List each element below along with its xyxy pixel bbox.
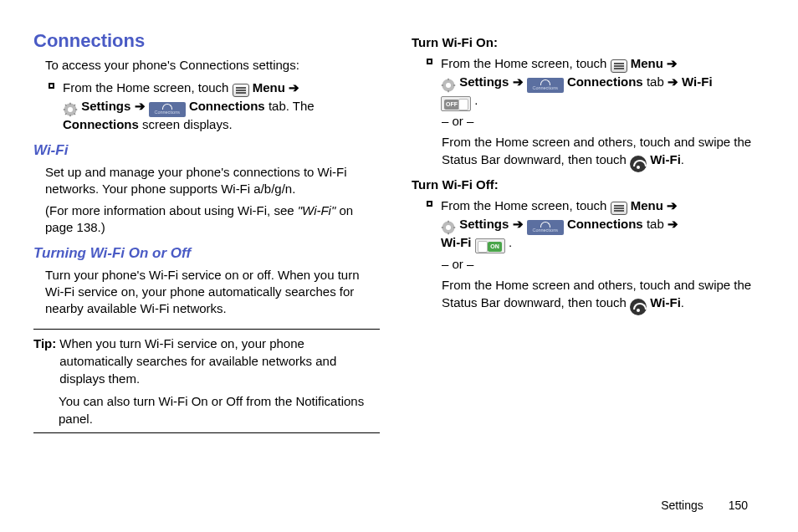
menu-label: Menu [631,56,667,70]
settings-label: Settings [81,99,134,113]
wifi-toggle-off-icon [441,96,471,111]
menu-icon [611,202,627,215]
page-footer: Settings 150 [661,499,748,512]
svg-line-8 [65,114,67,115]
wifi-status-icon [630,299,647,315]
svg-line-7 [74,114,76,115]
turn-on-header: Turn Wi-Fi On: [412,35,758,49]
footer-section: Settings [661,499,703,512]
arrow-icon: ➔ [668,217,678,231]
wifi-status-icon [630,156,647,172]
svg-point-11 [446,83,451,88]
connections-tab-icon [527,78,564,93]
intro-text: To access your phone's Connections setti… [45,57,380,74]
square-bullet-icon [49,83,54,89]
turn-on-bullet: From the Home screen, touch Menu ➔ Setti… [427,54,758,109]
access-content: From the Home screen, touch Menu ➔ Setti… [63,79,380,133]
menu-icon [233,84,249,97]
tip-text-2: You can also turn Wi-Fi On or Off from t… [59,392,380,427]
access-pre: From the Home screen, touch [63,80,233,95]
menu-label: Menu [253,80,289,95]
from-home: From the Home screen, touch [441,56,611,70]
period: . [474,93,478,107]
connections-tab-icon [527,220,564,235]
or-divider: – or – [442,257,758,271]
right-column: Turn Wi-Fi On: From the Home screen, tou… [412,30,758,433]
tip-row: Tip: When you turn Wi-Fi service on, you… [33,335,380,387]
tip-text-1: When you turn Wi-Fi service on, your pho… [59,335,380,387]
alt-on-text: From the Home screen and others, touch a… [442,133,758,169]
tab-text: tab. The [265,99,315,113]
wifi-label: Wi-Fi [441,235,475,249]
wifi-ref: "Wi-Fi" [298,203,336,217]
square-bullet-icon [427,59,432,64]
svg-line-9 [74,105,76,106]
wifi-toggle-on-icon [475,238,505,253]
turn-on-content: From the Home screen, touch Menu ➔ Setti… [441,54,758,109]
arrow-icon: ➔ [513,217,524,231]
turning-p: Turn your phone's Wi-Fi service on or of… [45,267,380,318]
access-bullet: From the Home screen, touch Menu ➔ Setti… [49,79,380,133]
connections-screen-label: Connections [63,117,139,131]
connections-label: Connections [189,99,265,113]
settings-icon [441,220,456,235]
wifi-label: Wi-Fi [682,74,713,89]
period: . [681,152,684,166]
settings-icon [441,78,456,93]
wifi-p2a: (For more information about using Wi-Fi,… [45,203,298,217]
arrow-icon: ➔ [667,198,678,212]
arrow-icon: ➔ [289,80,299,95]
turning-subtitle: Turning Wi-Fi On or Off [33,245,380,262]
connections-label: Connections [567,217,643,231]
turn-off-header: Turn Wi-Fi Off: [412,177,758,192]
arrow-icon: ➔ [667,56,678,70]
arrow-icon: ➔ [513,74,524,89]
section-title: Connections [33,30,380,52]
wifi-label: Wi-Fi [650,295,681,309]
arrow-icon: ➔ [135,99,146,113]
wifi-p1: Set up and manage your phone's connectio… [45,164,380,198]
screen-displays: screen displays. [139,117,233,131]
period: . [681,295,684,309]
left-column: Connections To access your phone's Conne… [33,30,380,433]
svg-line-6 [65,105,67,106]
tip-label: Tip: [33,335,56,387]
tab-text: tab [643,217,668,231]
settings-label: Settings [459,74,512,89]
svg-point-1 [68,107,73,112]
page-columns: Connections To access your phone's Conne… [33,30,758,433]
square-bullet-icon [427,201,432,207]
wifi-p2: (For more information about using Wi-Fi,… [45,202,380,237]
turn-off-content: From the Home screen, touch Menu ➔ Setti… [441,197,758,251]
turn-off-bullet: From the Home screen, touch Menu ➔ Setti… [427,197,758,251]
wifi-label: Wi-Fi [650,152,681,166]
tab-text: tab [643,74,668,89]
svg-point-17 [446,225,451,230]
footer-page-number: 150 [729,499,748,512]
alt-on-pre: From the Home screen and others, touch a… [442,135,751,166]
arrow-icon: ➔ [668,74,678,89]
alt-off-text: From the Home screen and others, touch a… [442,276,758,312]
settings-label: Settings [459,217,512,231]
settings-icon [63,102,78,117]
connections-tab-icon [149,102,186,117]
period: . [509,235,512,249]
alt-off-pre: From the Home screen and others, touch a… [442,278,751,309]
menu-icon [611,59,627,73]
connections-label: Connections [567,74,643,89]
wifi-subtitle: Wi-Fi [33,142,380,159]
or-divider: – or – [442,114,758,128]
from-home: From the Home screen, touch [441,198,611,212]
tip-box: Tip: When you turn Wi-Fi service on, you… [33,329,380,433]
menu-label: Menu [631,198,667,212]
